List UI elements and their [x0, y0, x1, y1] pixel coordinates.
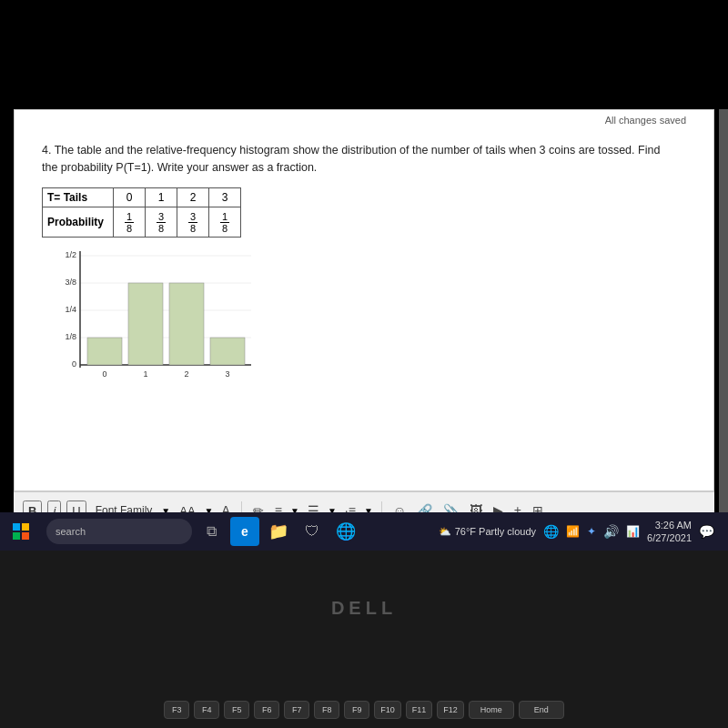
fraction-3-8-b: 3 8	[188, 211, 197, 234]
svg-text:1/8: 1/8	[65, 332, 76, 341]
key-f5[interactable]: F5	[224, 701, 249, 719]
file-explorer-icon[interactable]: 📁	[264, 517, 293, 546]
right-strip	[719, 109, 728, 528]
question-number: 4.	[42, 144, 51, 157]
search-placeholder: search	[56, 526, 86, 537]
table-col-1: 1	[146, 187, 177, 207]
svg-text:1/4: 1/4	[65, 305, 76, 314]
fraction-1-8-b: 1 8	[220, 211, 229, 234]
fraction-1-8-a: 1 8	[125, 211, 134, 234]
histogram-container: 1/2 3/8 1/4 1/8 0	[60, 247, 260, 392]
key-f10[interactable]: F10	[374, 701, 401, 719]
clock: 3:26 AM 6/27/2021	[647, 519, 692, 545]
edge-icon[interactable]: e	[230, 517, 259, 546]
key-f4[interactable]: F4	[194, 701, 219, 719]
key-f8[interactable]: F8	[314, 701, 339, 719]
table-col-2: 2	[177, 187, 209, 207]
histogram-svg: 1/2 3/8 1/4 1/8 0	[60, 247, 260, 392]
weather-info: ⛅ 76°F Partly cloudy	[439, 526, 536, 538]
time-display: 3:26 AM	[647, 519, 692, 531]
dell-logo: DELL	[331, 598, 397, 618]
svg-rect-13	[22, 523, 29, 531]
taskbar-search[interactable]: search	[46, 519, 192, 544]
network-icon[interactable]: 🌐	[543, 524, 559, 539]
histogram-bar-2	[169, 283, 204, 365]
bluetooth-icon[interactable]: ✦	[587, 525, 596, 538]
svg-text:3/8: 3/8	[65, 278, 76, 287]
svg-text:1/2: 1/2	[65, 250, 76, 259]
question-body: The table and the relative-frequency his…	[42, 144, 660, 174]
chrome-icon[interactable]: 🌐	[331, 517, 360, 546]
key-home[interactable]: Home	[469, 701, 514, 719]
probability-table: T= Tails 0 1 2 3 Probability 1 8	[42, 187, 241, 238]
screen: All changes saved 4. The table and the r…	[0, 0, 728, 728]
shield-icon[interactable]: 🛡	[298, 517, 327, 546]
svg-rect-14	[13, 532, 20, 540]
key-f3[interactable]: F3	[164, 701, 189, 719]
histogram-bar-0	[87, 338, 122, 365]
table-row-label: Probability	[43, 207, 114, 237]
table-prob-2: 3 8	[177, 207, 209, 237]
svg-text:0: 0	[72, 359, 76, 369]
svg-rect-12	[13, 523, 20, 531]
monitor-area: All changes saved 4. The table and the r…	[14, 109, 714, 491]
x-label-1: 1	[143, 369, 147, 379]
key-f12[interactable]: F12	[437, 701, 464, 719]
x-label-3: 3	[225, 369, 229, 379]
date-display: 6/27/2021	[647, 531, 692, 544]
network-bars-icon[interactable]: 📊	[626, 525, 640, 538]
table-prob-1: 3 8	[146, 207, 177, 237]
top-black-area	[0, 0, 728, 109]
table-header-tails: T= Tails	[43, 187, 114, 207]
key-end[interactable]: End	[519, 701, 564, 719]
start-button[interactable]	[5, 515, 37, 548]
histogram-bar-1	[128, 283, 163, 365]
taskbar: search ⧉ e 📁 🛡 🌐 ⛅ 76°F Partly cloudy 🌐 …	[0, 512, 728, 551]
histogram-bar-3	[210, 338, 245, 365]
weather-text: 76°F Partly cloudy	[455, 526, 536, 537]
table-col-0: 0	[114, 187, 146, 207]
key-f11[interactable]: F11	[406, 701, 433, 719]
speaker-icon[interactable]: 🔊	[603, 524, 619, 539]
keyboard-area: F3 F4 F5 F6 F7 F8 F9 F10 F11 F12 Home En…	[0, 551, 728, 728]
key-f7[interactable]: F7	[284, 701, 309, 719]
key-f6[interactable]: F6	[254, 701, 279, 719]
windows-icon	[12, 522, 30, 541]
question-text: 4. The table and the relative-frequency …	[42, 142, 679, 177]
x-label-2: 2	[184, 369, 188, 379]
table-col-3: 3	[209, 187, 241, 207]
svg-rect-15	[22, 532, 29, 540]
saved-indicator: All changes saved	[605, 115, 686, 126]
key-f9[interactable]: F9	[344, 701, 369, 719]
table-prob-0: 1 8	[114, 207, 146, 237]
table-prob-3: 1 8	[209, 207, 241, 237]
notification-icon[interactable]: 💬	[699, 524, 714, 539]
dell-logo-container: DELL	[331, 598, 397, 619]
task-view-icon[interactable]: ⧉	[197, 517, 226, 546]
weather-icon: ⛅	[439, 526, 451, 538]
fraction-3-8-a: 3 8	[157, 211, 166, 234]
x-label-0: 0	[102, 369, 106, 379]
wifi-icon[interactable]: 📶	[566, 525, 580, 538]
taskbar-right: ⛅ 76°F Partly cloudy 🌐 📶 ✦ 🔊 📊 3:26 AM 6…	[439, 519, 723, 545]
document: All changes saved 4. The table and the r…	[15, 110, 713, 490]
